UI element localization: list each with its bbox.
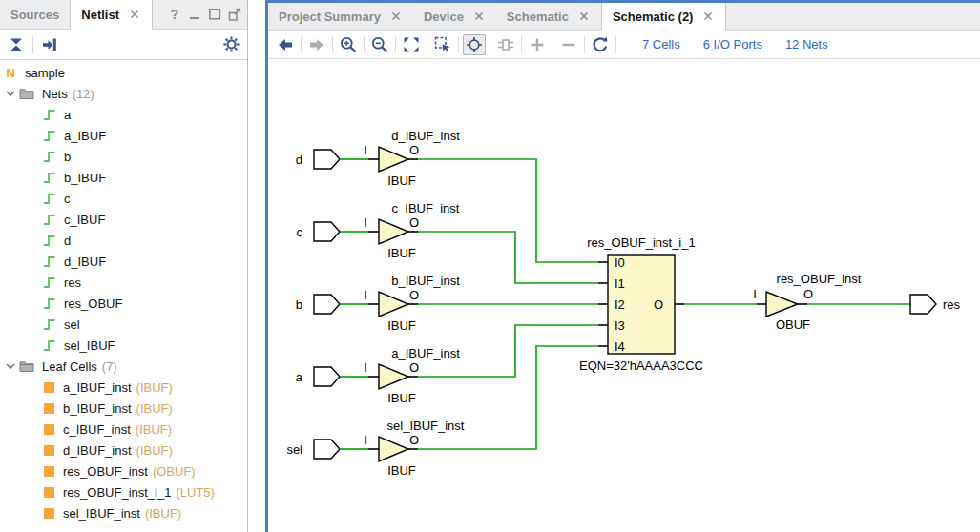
tree-item-sample[interactable]: Nsample bbox=[0, 62, 247, 83]
tab-project-summary-label: Project Summary bbox=[279, 10, 381, 24]
tree-item-res-obuf-inst[interactable]: res_OBUF_inst(OBUF) bbox=[0, 460, 247, 481]
pin-label-i2: I2 bbox=[615, 297, 625, 312]
float-icon[interactable] bbox=[226, 6, 243, 23]
cell-icon bbox=[43, 402, 55, 415]
count-link-6-i-o-ports[interactable]: 6 I/O Ports bbox=[703, 37, 762, 51]
panel-window-controls: ? bbox=[166, 0, 247, 29]
tab-schematic-2-label: Schematic (2) bbox=[613, 10, 694, 24]
tree-item-sel[interactable]: sel bbox=[0, 314, 247, 335]
tree-item-res[interactable]: res bbox=[0, 272, 247, 293]
toolbar-separator bbox=[395, 36, 396, 53]
tree-item-c[interactable]: c bbox=[0, 188, 247, 209]
net-icon bbox=[43, 317, 56, 331]
input-port-a[interactable] bbox=[314, 367, 340, 386]
close-icon[interactable] bbox=[128, 8, 141, 21]
folder-icon bbox=[19, 359, 34, 373]
close-icon[interactable] bbox=[701, 10, 715, 23]
input-port-b[interactable] bbox=[314, 295, 340, 314]
tree-item-d[interactable]: d bbox=[0, 230, 247, 251]
tree-item-label: a_IBUF_inst bbox=[63, 380, 132, 395]
count-link-7-cells[interactable]: 7 Cells bbox=[642, 37, 680, 51]
net-icon bbox=[43, 129, 56, 142]
tree-item-sel-ibuf-inst[interactable]: sel_IBUF_inst(IBUF) bbox=[0, 502, 247, 523]
close-icon[interactable] bbox=[472, 10, 486, 23]
tree-item-a-ibuf-inst[interactable]: a_IBUF_inst(IBUF) bbox=[0, 377, 247, 398]
chevron-down-icon[interactable] bbox=[4, 359, 17, 373]
tree-item-type: (OBUF) bbox=[153, 464, 196, 479]
schematic-drawing: dIOd_IBUF_instIBUFcIOc_IBUF_instIBUFbIOb… bbox=[268, 59, 980, 532]
pin-label-i0: I0 bbox=[615, 256, 625, 270]
net-icon bbox=[43, 213, 56, 226]
tree-item-label: Nets bbox=[42, 87, 68, 101]
schematic-panel-tabbar: Project Summary Device Schematic Schemat… bbox=[268, 3, 980, 31]
cell-icon bbox=[43, 444, 55, 457]
zoom-selection-icon[interactable] bbox=[431, 34, 454, 55]
tab-schematic[interactable]: Schematic bbox=[496, 3, 601, 30]
cell-b_IBUF_inst[interactable] bbox=[379, 292, 408, 317]
zoom-fit-icon[interactable] bbox=[400, 34, 423, 55]
remove-icon bbox=[557, 34, 580, 55]
tree-item-b-ibuf-inst[interactable]: b_IBUF_inst(IBUF) bbox=[0, 398, 247, 419]
tree-item-label: c bbox=[64, 192, 71, 206]
autofit-selection-icon[interactable] bbox=[463, 34, 486, 55]
port-label-d: d bbox=[296, 153, 302, 167]
scroll-to-selected-icon[interactable] bbox=[40, 35, 59, 54]
settings-gear-icon[interactable] bbox=[221, 35, 240, 54]
tree-item-label: d_IBUF_inst bbox=[63, 443, 132, 458]
output-port-res[interactable] bbox=[910, 295, 936, 314]
close-icon[interactable] bbox=[389, 10, 403, 23]
maximize-icon[interactable] bbox=[206, 6, 223, 23]
tree-item-c-ibuf-inst[interactable]: c_IBUF_inst(IBUF) bbox=[0, 419, 247, 440]
pin-label-i: I bbox=[364, 360, 367, 375]
net-icon bbox=[43, 338, 56, 352]
net-sel_IBUF[interactable] bbox=[418, 346, 598, 449]
tree-item-res-obuf-inst-i-1[interactable]: res_OBUF_inst_i_1(LUT5) bbox=[0, 481, 247, 502]
count-link-12-nets[interactable]: 12 Nets bbox=[785, 37, 828, 51]
cell-c_IBUF_inst[interactable] bbox=[379, 219, 408, 244]
input-port-c[interactable] bbox=[314, 222, 340, 241]
regenerate-icon[interactable] bbox=[589, 34, 612, 55]
tree-item-res-obuf[interactable]: res_OBUF bbox=[0, 293, 247, 314]
zoom-out-icon[interactable] bbox=[368, 34, 391, 55]
tree-item-leaf-cells[interactable]: Leaf Cells(7) bbox=[0, 356, 247, 377]
help-icon[interactable]: ? bbox=[166, 6, 183, 23]
tree-item-a-ibuf[interactable]: a_IBUF bbox=[0, 125, 247, 146]
zoom-in-icon[interactable] bbox=[337, 34, 360, 55]
chevron-down-icon[interactable] bbox=[4, 87, 17, 100]
tab-schematic-label: Schematic bbox=[507, 10, 569, 24]
back-icon[interactable] bbox=[274, 34, 297, 55]
tree-item-type: (IBUF) bbox=[136, 422, 172, 437]
toolbar-separator bbox=[490, 36, 490, 53]
cell-sel_IBUF_inst[interactable] bbox=[379, 437, 408, 461]
pin-label-i4: I4 bbox=[615, 339, 625, 354]
collapse-all-icon[interactable] bbox=[7, 35, 26, 54]
minimize-icon[interactable] bbox=[186, 6, 203, 23]
tree-item-label: sel_IBUF bbox=[64, 338, 115, 353]
tab-project-summary[interactable]: Project Summary bbox=[268, 3, 413, 30]
tree-item-d-ibuf[interactable]: d_IBUF bbox=[0, 251, 247, 272]
net-icon bbox=[43, 234, 56, 247]
cell-d_IBUF_inst[interactable] bbox=[379, 147, 408, 172]
tree-item-b[interactable]: b bbox=[0, 146, 247, 167]
tree-item-label: res_OBUF bbox=[64, 297, 122, 311]
tab-sources[interactable]: Sources bbox=[0, 0, 70, 29]
tab-schematic-2[interactable]: Schematic (2) bbox=[601, 3, 727, 31]
netlist-panel-tabbar: Sources Netlist ? bbox=[0, 0, 247, 30]
tree-item-b-ibuf[interactable]: b_IBUF bbox=[0, 167, 247, 188]
net-icon bbox=[43, 150, 56, 163]
tree-item-a[interactable]: a bbox=[0, 104, 247, 125]
instance-label-a_IBUF_inst: a_IBUF_inst bbox=[391, 346, 460, 360]
port-label-b: b bbox=[296, 297, 302, 312]
tree-item-sel-ibuf[interactable]: sel_IBUF bbox=[0, 335, 247, 356]
tree-item-c-ibuf[interactable]: c_IBUF bbox=[0, 209, 247, 230]
tab-device[interactable]: Device bbox=[413, 3, 496, 30]
tree-item-d-ibuf-inst[interactable]: d_IBUF_inst(IBUF) bbox=[0, 440, 247, 460]
close-icon[interactable] bbox=[577, 10, 591, 23]
tree-item-nets[interactable]: Nets(12) bbox=[0, 83, 247, 104]
input-port-sel[interactable] bbox=[314, 440, 340, 459]
tab-netlist[interactable]: Netlist bbox=[70, 0, 153, 30]
cell-res_OBUF_inst[interactable] bbox=[766, 292, 798, 317]
cell-a_IBUF_inst[interactable] bbox=[379, 364, 408, 389]
schematic-canvas: dIOd_IBUF_instIBUFcIOc_IBUF_instIBUFbIOb… bbox=[268, 59, 980, 532]
input-port-d[interactable] bbox=[314, 150, 340, 169]
